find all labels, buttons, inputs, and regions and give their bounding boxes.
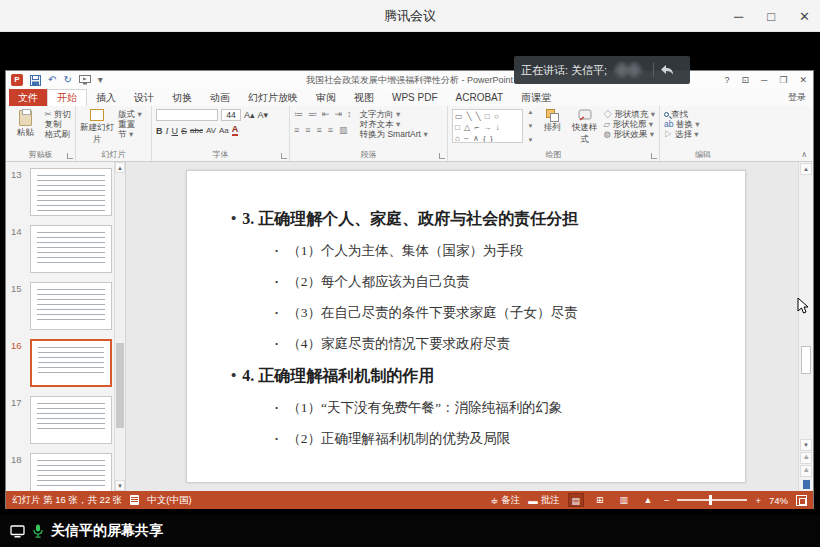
- select-button[interactable]: ▷ 选择 ▾: [664, 129, 742, 139]
- slideshow-view-icon[interactable]: ▲: [640, 493, 656, 507]
- arrange-button[interactable]: 排列: [539, 109, 566, 134]
- clipboard-dialog-launcher-icon[interactable]: [67, 153, 73, 159]
- ppt-restore-icon[interactable]: ❐: [779, 75, 787, 85]
- grow-font-icon[interactable]: A▴: [244, 110, 255, 120]
- format-painter-button[interactable]: 格式刷: [45, 129, 72, 139]
- text-direction-button[interactable]: 文字方向 ▾: [360, 109, 428, 119]
- strikethrough-button[interactable]: S: [181, 126, 187, 136]
- undo-icon[interactable]: ↶: [48, 74, 56, 86]
- meeting-minimize-icon[interactable]: ─: [734, 9, 743, 24]
- tab-transitions[interactable]: 切换: [163, 90, 201, 106]
- shape-outline-button[interactable]: ▱ 形状轮廓 ▾: [603, 119, 655, 129]
- thumbnail-slide-15[interactable]: 15: [6, 282, 125, 330]
- convert-smartart-button[interactable]: 转换为 SmartArt ▾: [360, 129, 428, 139]
- scroll-down-icon[interactable]: ▼: [800, 439, 812, 451]
- reading-view-icon[interactable]: ▥: [616, 493, 632, 507]
- thumbnail-slide-13[interactable]: 13: [6, 168, 125, 216]
- layout-button[interactable]: 版式 ▾: [118, 109, 142, 119]
- zoom-percentage[interactable]: 74%: [769, 495, 788, 506]
- font-name-combobox[interactable]: [156, 109, 218, 121]
- tab-design[interactable]: 设计: [125, 90, 163, 106]
- comments-toggle[interactable]: ▬批注: [528, 494, 560, 507]
- collapse-ribbon-icon[interactable]: ∧: [801, 150, 807, 159]
- font-dialog-launcher-icon[interactable]: [281, 153, 287, 159]
- tab-view[interactable]: 视图: [345, 90, 383, 106]
- bullets-icon[interactable]: ≔: [294, 109, 305, 119]
- proofing-icon[interactable]: [130, 495, 139, 505]
- underline-button[interactable]: U: [172, 126, 179, 136]
- align-center-icon[interactable]: ≡: [305, 125, 313, 135]
- shapes-scroll-up-icon[interactable]: ▲: [528, 109, 534, 115]
- normal-view-icon[interactable]: ▤: [568, 493, 584, 507]
- ppt-help-icon[interactable]: ?: [724, 75, 729, 85]
- drawing-dialog-launcher-icon[interactable]: [651, 153, 657, 159]
- signin-link[interactable]: 登录: [788, 91, 806, 104]
- replace-button[interactable]: ab 替换 ▾: [664, 119, 742, 129]
- ppt-minimize-icon[interactable]: ─: [761, 75, 767, 85]
- language-indicator[interactable]: 中文(中国): [147, 494, 191, 507]
- columns-icon[interactable]: ▥: [339, 125, 351, 135]
- zoom-in-icon[interactable]: +: [755, 495, 761, 506]
- shapes-more-icon[interactable]: ▼: [528, 137, 534, 143]
- tab-file[interactable]: 文件: [9, 89, 47, 106]
- tab-home[interactable]: 开始: [47, 89, 87, 106]
- increase-indent-icon[interactable]: ⇥: [335, 109, 345, 119]
- tab-insert[interactable]: 插入: [87, 90, 125, 106]
- scroll-up-icon[interactable]: ▲: [800, 163, 812, 175]
- next-slide-icon[interactable]: ≚: [800, 465, 812, 477]
- notes-toggle[interactable]: ≑备注: [490, 494, 520, 507]
- paste-button[interactable]: 粘贴: [10, 109, 41, 139]
- thumbnail-slide-14[interactable]: 14: [6, 225, 125, 273]
- tab-rain-classroom[interactable]: 雨课堂: [512, 90, 560, 106]
- thumbnail-scroll-up-icon[interactable]: ▲: [115, 162, 125, 173]
- justify-icon[interactable]: ≡: [328, 125, 336, 135]
- thumbnail-slide-18[interactable]: 18: [6, 453, 125, 491]
- reset-button[interactable]: 重置: [118, 119, 142, 129]
- qat-customize-icon[interactable]: ▾: [98, 74, 103, 86]
- character-spacing-button[interactable]: AV: [206, 126, 216, 135]
- shapes-gallery[interactable]: ▭ ╲ ╲ □ ○ □ △ ⌐ → ↓ ⌂ ~ ∧ { }: [452, 109, 523, 143]
- slide-16-content[interactable]: •3. 正确理解个人、家庭、政府与社会的责任分担 •（1）个人为主体、集体（国家…: [186, 170, 746, 483]
- tab-wps-pdf[interactable]: WPS PDF: [383, 90, 447, 106]
- decrease-indent-icon[interactable]: ⇤: [322, 109, 332, 119]
- tab-slideshow[interactable]: 幻灯片放映: [239, 90, 307, 106]
- fit-to-window-icon[interactable]: [796, 495, 807, 506]
- find-button[interactable]: 查找: [664, 109, 742, 119]
- cut-button[interactable]: ✂ 剪切: [45, 109, 72, 119]
- paragraph-dialog-launcher-icon[interactable]: [439, 153, 445, 159]
- section-button[interactable]: 节 ▾: [118, 129, 142, 139]
- bold-button[interactable]: B: [156, 126, 163, 136]
- align-text-button[interactable]: 对齐文本 ▾: [360, 119, 428, 129]
- tab-review[interactable]: 审阅: [307, 90, 345, 106]
- thumbnail-scrollbar[interactable]: ▲ ▼: [114, 162, 125, 491]
- italic-button[interactable]: I: [166, 126, 169, 136]
- copy-button[interactable]: 复制: [45, 119, 72, 129]
- scroll-thumb[interactable]: [801, 346, 811, 374]
- meeting-close-icon[interactable]: ✕: [799, 9, 810, 24]
- thumbnail-scroll-thumb[interactable]: [116, 343, 124, 429]
- clear-formatting-button[interactable]: abc: [190, 126, 203, 135]
- meeting-maximize-icon[interactable]: □: [767, 9, 775, 24]
- shape-fill-button[interactable]: ◇ 形状填充 ▾: [603, 109, 655, 119]
- shapes-scroll-down-icon[interactable]: ▼: [528, 123, 534, 129]
- thumbnail-scroll-down-icon[interactable]: ▼: [115, 480, 125, 491]
- start-slideshow-icon[interactable]: [79, 75, 91, 85]
- redo-icon[interactable]: ↻: [63, 74, 71, 86]
- zoom-slider[interactable]: [677, 499, 747, 501]
- previous-slide-icon[interactable]: ≙: [800, 452, 812, 464]
- quick-styles-button[interactable]: 快速样式: [571, 109, 598, 146]
- ppt-ribbon-options-icon[interactable]: ⊡: [741, 75, 749, 85]
- save-icon[interactable]: [30, 75, 41, 86]
- font-color-button[interactable]: A: [232, 125, 239, 136]
- thumbnail-slide-17[interactable]: 17: [6, 396, 125, 444]
- thumbnail-slide-16-selected[interactable]: 16: [6, 339, 125, 387]
- zoom-out-icon[interactable]: −: [664, 495, 670, 506]
- zoom-slider-thumb[interactable]: [709, 495, 712, 505]
- tab-animations[interactable]: 动画: [201, 90, 239, 106]
- numbering-icon[interactable]: ≕: [308, 109, 319, 119]
- slide-sorter-view-icon[interactable]: ⊞: [592, 493, 608, 507]
- align-right-icon[interactable]: ≡: [317, 125, 325, 135]
- line-spacing-icon[interactable]: ↕: [347, 109, 354, 119]
- font-size-combobox[interactable]: 44: [221, 109, 241, 121]
- align-left-icon[interactable]: ≡: [294, 125, 302, 135]
